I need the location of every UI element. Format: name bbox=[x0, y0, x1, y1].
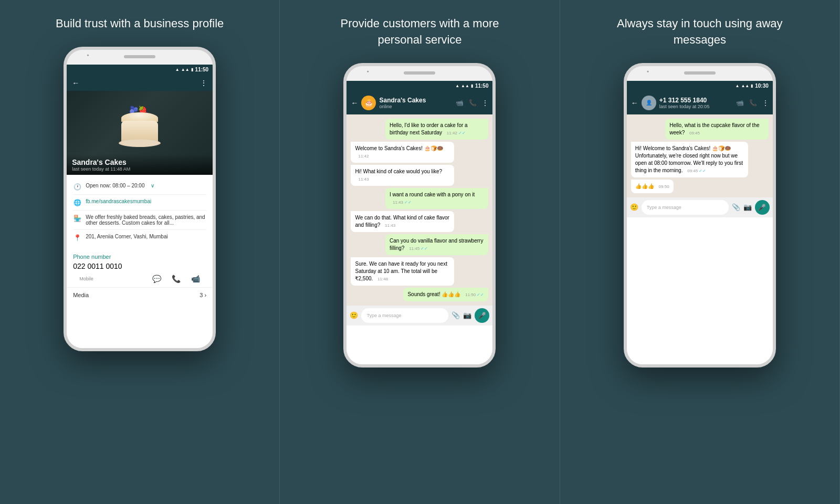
chat-input-bar-3: 🙂 Type a message 📎 📷 🎤 bbox=[627, 197, 773, 217]
msg-text-2-1: Welcome to Sandra's Cakes! 🎂🍞🍩 bbox=[355, 145, 443, 151]
time-1: 11:50 bbox=[195, 67, 209, 72]
message-icon[interactable]: 💬 bbox=[152, 275, 161, 283]
msg-time-2-7: 11:50 ✓✓ bbox=[465, 292, 484, 298]
chat-status-2: online bbox=[379, 104, 453, 109]
panel-business-profile: Build trust with a business profile ▲ ▲▲… bbox=[0, 0, 280, 504]
msg-2-5: Can you do vanilla flavor and strawberry… bbox=[385, 234, 489, 255]
msg-3-1: Hi! Welcome to Sandra's Cakes! 🎂🍞🍩Unfort… bbox=[631, 142, 748, 177]
panel2-title: Provide customers with a more personal s… bbox=[330, 16, 509, 48]
wifi-icon-3: ▲ bbox=[735, 83, 739, 88]
profile-cover-area: 🫐🍓 Sandra's Cakes last seen today at 11:… bbox=[67, 91, 213, 175]
msg-time-3-2: 09:50 bbox=[659, 184, 669, 190]
chevron-down-icon[interactable]: ∨ bbox=[151, 183, 154, 188]
msg-text-2-7: Sounds great! 👍👍👍 bbox=[407, 291, 460, 297]
phone3-screen: ▲ ▲▲ ▮ 10:30 ← 👤 +1 312 555 1840 last se… bbox=[627, 81, 773, 364]
msg-2-6: Sure. We can have it ready for you next … bbox=[351, 257, 454, 286]
contact-avatar-2: 🎂 bbox=[361, 96, 376, 110]
panel3-title: Always stay in touch using away messages bbox=[611, 16, 789, 48]
media-row: Media 3 › bbox=[67, 287, 213, 302]
address-row: 📍 201, Areniia Corner, Vashi, Mumbai bbox=[73, 230, 206, 245]
msg-time-2-4: 11:43 bbox=[385, 223, 395, 228]
chat-messages-2: Hello, I'd like to order a cake for a bi… bbox=[346, 114, 492, 306]
phone-call-icon-2[interactable]: 📞 bbox=[469, 99, 477, 107]
globe-icon: 🌐 bbox=[73, 199, 81, 206]
msg-2-7: Sounds great! 👍👍👍 11:50 ✓✓ bbox=[403, 288, 488, 301]
chat-header-icons-3: 📹 📞 ⋮ bbox=[736, 99, 769, 107]
msg-3-0: Hello, what is the cupcake flavor of the… bbox=[665, 119, 769, 140]
wifi-icon-1: ▲ bbox=[175, 67, 180, 72]
video-call-icon-3[interactable]: 📹 bbox=[736, 99, 744, 107]
cake-image: 🫐🍓 bbox=[119, 116, 161, 147]
msg-2-2: Hi! What kind of cake would you like? 11… bbox=[351, 165, 454, 186]
status-icons-1: ▲ ▲▲ ▮ bbox=[175, 67, 193, 72]
video-call-icon-2[interactable]: 📹 bbox=[456, 99, 464, 107]
status-bar-2: ▲ ▲▲ ▮ 11:50 bbox=[346, 81, 492, 91]
attach-icon-3[interactable]: 📎 bbox=[732, 203, 740, 211]
status-icons-2: ▲ ▲▲ ▮ bbox=[455, 83, 473, 88]
location-icon: 📍 bbox=[73, 234, 81, 242]
more-icon-3[interactable]: ⋮ bbox=[762, 99, 769, 107]
back-arrow-2[interactable]: ← bbox=[351, 99, 358, 107]
chat-header-icons-2: 📹 📞 ⋮ bbox=[456, 99, 488, 107]
chat-header-3: ← 👤 +1 312 555 1840 last seen today at 2… bbox=[627, 91, 773, 114]
status-bar-1: ▲ ▲▲ ▮ 11:50 bbox=[67, 65, 213, 75]
msg-time-2-1: 11:42 bbox=[358, 153, 369, 159]
chat-header-info-3: +1 312 555 1840 last seen today at 20:05 bbox=[659, 97, 733, 109]
chat-header-2: ← 🎂 Sandra's Cakes online 📹 📞 ⋮ bbox=[346, 91, 492, 114]
media-count: 3 › bbox=[200, 292, 206, 298]
clock-icon: 🕐 bbox=[73, 183, 81, 191]
more-icon-2[interactable]: ⋮ bbox=[482, 99, 488, 107]
hours-row: 🕐 Open now: 08:00 – 20:00 ∨ bbox=[73, 179, 206, 195]
chat-input-bar-2: 🙂 Type a message 📎 📷 🎤 bbox=[346, 306, 492, 326]
phone-1: ▲ ▲▲ ▮ 11:50 ← ⋮ 🫐🍓 bbox=[64, 47, 216, 351]
time-3: 10:30 bbox=[755, 83, 769, 89]
emoji-icon-2[interactable]: 🙂 bbox=[350, 311, 358, 319]
panel1-title: Build trust with a business profile bbox=[56, 16, 224, 32]
phone-action-icons: 💬 📞 📹 bbox=[146, 272, 206, 285]
chat-name-3: +1 312 555 1840 bbox=[659, 97, 733, 104]
msg-2-0: Hello, I'd like to order a cake for a bi… bbox=[385, 119, 489, 140]
description-text: We offer freshly baked breads, cakes, pa… bbox=[86, 214, 206, 226]
msg-2-1: Welcome to Sandra's Cakes! 🎂🍞🍩 11:42 bbox=[351, 142, 454, 163]
msg-time-2-6: 11:48 bbox=[377, 276, 388, 282]
message-input-3[interactable]: Type a message bbox=[642, 200, 729, 215]
signal-icon-1: ▲▲ bbox=[181, 67, 190, 72]
msg-text-3-2: 👍👍👍 bbox=[635, 183, 654, 189]
chat-messages-3: Hello, what is the cupcake flavor of the… bbox=[627, 114, 773, 197]
profile-name: Sandra's Cakes bbox=[72, 158, 207, 166]
phone-2: ▲ ▲▲ ▮ 11:50 ← 🎂 Sandra's Cakes online 📹… bbox=[343, 63, 496, 368]
msg-time-2-2: 11:43 bbox=[358, 176, 369, 182]
msg-time-2-0: 11:42 ✓✓ bbox=[447, 130, 466, 136]
more-icon-1[interactable]: ⋮ bbox=[200, 79, 207, 87]
send-button-2[interactable]: 🎤 bbox=[475, 308, 489, 323]
chat-name-2: Sandra's Cakes bbox=[379, 97, 453, 104]
media-label: Media bbox=[73, 292, 89, 298]
emoji-icon-3[interactable]: 🙂 bbox=[630, 203, 638, 211]
back-arrow-1[interactable]: ← bbox=[72, 79, 79, 87]
description-row: 🏪 We offer freshly baked breads, cakes, … bbox=[73, 211, 206, 230]
camera-icon-2[interactable]: 📷 bbox=[463, 311, 471, 319]
input-placeholder-3: Type a message bbox=[647, 205, 681, 210]
profile-last-seen: last seen today at 11:48 AM bbox=[72, 166, 207, 172]
phone-type: Mobile bbox=[73, 276, 100, 281]
send-button-3[interactable]: 🎤 bbox=[755, 200, 770, 215]
camera-icon-3[interactable]: 📷 bbox=[743, 203, 752, 211]
attach-icon-2[interactable]: 📎 bbox=[452, 311, 460, 319]
video-icon[interactable]: 📹 bbox=[191, 275, 200, 283]
call-icon[interactable]: 📞 bbox=[172, 275, 181, 283]
wifi-icon-2: ▲ bbox=[455, 83, 459, 88]
phone-call-icon-3[interactable]: 📞 bbox=[749, 99, 757, 107]
back-arrow-3[interactable]: ← bbox=[631, 99, 638, 107]
input-placeholder-2: Type a message bbox=[366, 313, 401, 318]
contact-avatar-3: 👤 bbox=[642, 96, 656, 110]
msg-time-3-0: 09:45 bbox=[689, 130, 700, 136]
website-link[interactable]: fb.me/sandrascakesmumbai bbox=[86, 198, 151, 204]
website-row: 🌐 fb.me/sandrascakesmumbai bbox=[73, 195, 206, 211]
profile-info: 🕐 Open now: 08:00 – 20:00 ∨ 🌐 fb.me/sand… bbox=[67, 175, 213, 249]
msg-3-2: 👍👍👍 09:50 bbox=[631, 180, 674, 193]
message-input-2[interactable]: Type a message bbox=[361, 308, 448, 323]
msg-time-2-3: 11:43 ✓✓ bbox=[393, 200, 412, 205]
phone2-screen: ▲ ▲▲ ▮ 11:50 ← 🎂 Sandra's Cakes online 📹… bbox=[346, 81, 492, 364]
chat-status-3: last seen today at 20:05 bbox=[659, 104, 733, 109]
msg-time-2-5: 11:45 ✓✓ bbox=[409, 246, 428, 251]
